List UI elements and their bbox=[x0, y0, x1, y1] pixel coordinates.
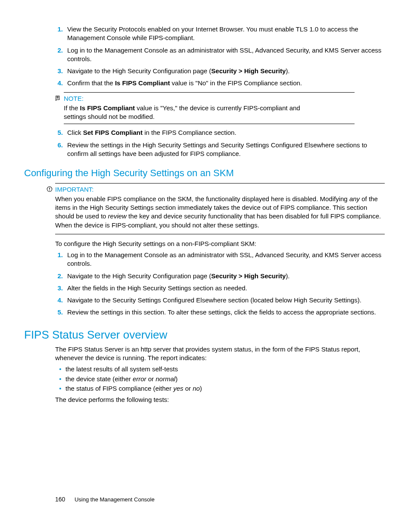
important-icon bbox=[47, 185, 54, 193]
list-item: 3.Alter the fields in the High Security … bbox=[24, 284, 387, 292]
list-text: Review the settings in the High Security… bbox=[67, 141, 387, 159]
list-text: Confirm that the Is FIPS Compliant value… bbox=[67, 79, 387, 87]
bullet-item: •the latest results of all system self-t… bbox=[55, 365, 387, 373]
list-text: Navigate to the Security Settings Config… bbox=[67, 296, 387, 305]
heading-fips-overview: FIPS Status Server overview bbox=[24, 327, 387, 342]
svg-rect-2 bbox=[49, 190, 50, 191]
list-number: 2. bbox=[24, 46, 67, 64]
list-text: Review the settings in this section. To … bbox=[67, 308, 387, 317]
important-body: When you enable FIPS compliance on the S… bbox=[55, 195, 383, 230]
bullet-icon: • bbox=[55, 384, 65, 393]
list-text: Navigate to the High Security Configurat… bbox=[67, 272, 387, 280]
intro-paragraph: To configure the High Security settings … bbox=[55, 240, 387, 248]
list-number: 5. bbox=[24, 308, 67, 317]
note-callout: NOTE: If the Is FIPS Compliant value is … bbox=[55, 92, 387, 124]
bullet-icon: • bbox=[55, 375, 65, 383]
list-number: 1. bbox=[24, 251, 67, 268]
list-item: 1.Log in to the Management Console as an… bbox=[24, 251, 387, 268]
note-body: If the Is FIPS Compliant value is "Yes,"… bbox=[64, 104, 311, 121]
list-item: 3.Navigate to the High Security Configur… bbox=[24, 67, 387, 75]
fips-paragraph-1: The FIPS Status Server is an http server… bbox=[55, 345, 387, 363]
subheading-config: Configuring the High Security Settings o… bbox=[24, 167, 387, 180]
list-number: 3. bbox=[24, 284, 67, 292]
svg-rect-1 bbox=[49, 188, 50, 190]
list-number: 2. bbox=[24, 272, 67, 280]
footer-text: Using the Management Console bbox=[75, 496, 155, 503]
ordered-list-c: 1.Log in to the Management Console as an… bbox=[24, 251, 387, 317]
important-label: IMPORTANT: bbox=[55, 185, 93, 194]
bullet-list: •the latest results of all system self-t… bbox=[24, 365, 387, 393]
list-text: Click Set FIPS Compliant in the FIPS Com… bbox=[67, 128, 387, 137]
list-item: 2.Navigate to the High Security Configur… bbox=[24, 272, 387, 280]
bullet-text: the latest results of all system self-te… bbox=[65, 365, 387, 373]
list-number: 5. bbox=[24, 128, 67, 137]
note-label: NOTE: bbox=[64, 94, 84, 103]
list-number: 3. bbox=[24, 67, 67, 75]
list-number: 4. bbox=[24, 296, 67, 305]
list-item: 6.Review the settings in the High Securi… bbox=[24, 141, 387, 159]
list-text: View the Security Protocols enabled on y… bbox=[67, 25, 387, 43]
list-number: 1. bbox=[24, 25, 67, 43]
list-item: 5.Click Set FIPS Compliant in the FIPS C… bbox=[24, 128, 387, 137]
note-header: NOTE: bbox=[55, 94, 385, 103]
list-item: 1.View the Security Protocols enabled on… bbox=[24, 25, 387, 43]
bullet-icon: • bbox=[55, 365, 65, 373]
list-item: 4.Navigate to the Security Settings Conf… bbox=[24, 296, 387, 305]
bullet-item: •the device state (either error or norma… bbox=[55, 375, 387, 383]
important-header: IMPORTANT: bbox=[47, 185, 385, 194]
list-number: 6. bbox=[24, 141, 67, 159]
bullet-item: •the status of FIPS compliance (either y… bbox=[55, 384, 387, 393]
list-text: Alter the fields in the High Security Se… bbox=[67, 284, 387, 292]
important-callout: IMPORTANT: When you enable FIPS complian… bbox=[41, 183, 387, 234]
list-item: 4.Confirm that the Is FIPS Compliant val… bbox=[24, 79, 387, 87]
list-text: Navigate to the High Security Configurat… bbox=[67, 67, 387, 75]
page-number: 160 bbox=[55, 496, 65, 503]
ordered-list-b: 5.Click Set FIPS Compliant in the FIPS C… bbox=[24, 128, 387, 158]
fips-paragraph-2: The device performs the following tests: bbox=[55, 395, 387, 404]
list-number: 4. bbox=[24, 79, 67, 87]
ordered-list-a: 1.View the Security Protocols enabled on… bbox=[24, 25, 387, 88]
list-item: 5.Review the settings in this section. T… bbox=[24, 308, 387, 317]
note-icon bbox=[55, 94, 63, 103]
list-text: Log in to the Management Console as an a… bbox=[67, 46, 387, 64]
list-text: Log in to the Management Console as an a… bbox=[67, 251, 387, 268]
list-item: 2.Log in to the Management Console as an… bbox=[24, 46, 387, 64]
page-footer: 160 Using the Management Console bbox=[55, 495, 155, 504]
bullet-text: the status of FIPS compliance (either ye… bbox=[65, 384, 387, 393]
bullet-text: the device state (either error or normal… bbox=[65, 375, 387, 383]
